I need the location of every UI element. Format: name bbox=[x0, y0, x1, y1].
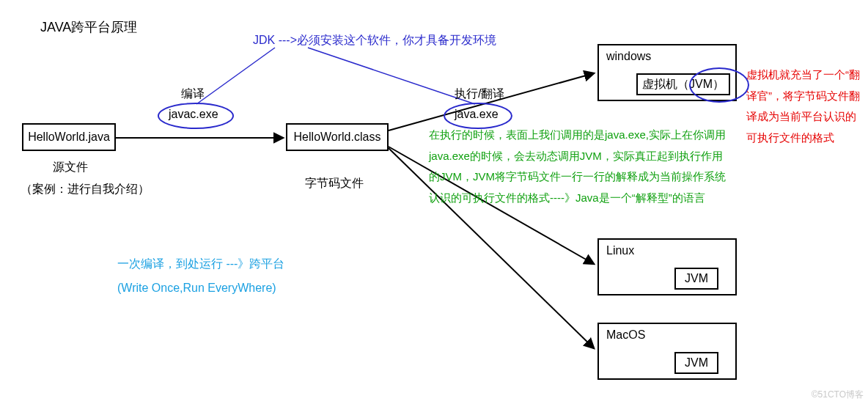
class-file-label: HelloWorld.class bbox=[294, 131, 381, 144]
watermark: ©51CTO博客 bbox=[812, 389, 864, 401]
jvm-linux-label: JVM bbox=[685, 272, 708, 285]
jdk-note: JDK --->必须安装这个软件，你才具备开发环境 bbox=[253, 33, 496, 48]
slogan-line-2: (Write Once,Run EveryWhere) bbox=[117, 282, 276, 295]
jvm-macos-label: JVM bbox=[685, 356, 708, 370]
compile-label: 编译 bbox=[181, 87, 205, 102]
javac-label: javac.exe bbox=[169, 108, 218, 121]
source-subtitle-2: （案例：进行自我介绍） bbox=[21, 182, 150, 197]
jvm-ellipse bbox=[689, 67, 749, 103]
slogan-line-1: 一次编译，到处运行 ---》跨平台 bbox=[117, 257, 284, 272]
os-macos-label: MacOS bbox=[606, 328, 645, 342]
exec-label: 执行/翻译 bbox=[455, 87, 504, 102]
class-subtitle: 字节码文件 bbox=[305, 176, 364, 191]
diagram-title: JAVA跨平台原理 bbox=[40, 18, 137, 36]
jvm-macos-box: JVM bbox=[674, 352, 718, 374]
source-file-label: HelloWorld.java bbox=[28, 131, 110, 144]
java-label: java.exe bbox=[455, 108, 499, 121]
red-explanation: 虚拟机就充当了一个“翻译官”，将字节码文件翻译成为当前平台认识的可执行文件的格式 bbox=[746, 65, 864, 148]
jvm-linux-box: JVM bbox=[674, 268, 718, 290]
source-file-box: HelloWorld.java bbox=[22, 123, 116, 151]
os-windows-label: windows bbox=[606, 50, 651, 63]
svg-line-5 bbox=[308, 48, 475, 104]
class-file-box: HelloWorld.class bbox=[286, 123, 389, 151]
green-explanation: 在执行的时候，表面上我们调用的是java.exe,实际上在你调用java.exe… bbox=[429, 125, 733, 208]
svg-line-4 bbox=[196, 48, 275, 104]
os-linux-label: Linux bbox=[606, 244, 634, 257]
source-subtitle-1: 源文件 bbox=[53, 160, 88, 175]
